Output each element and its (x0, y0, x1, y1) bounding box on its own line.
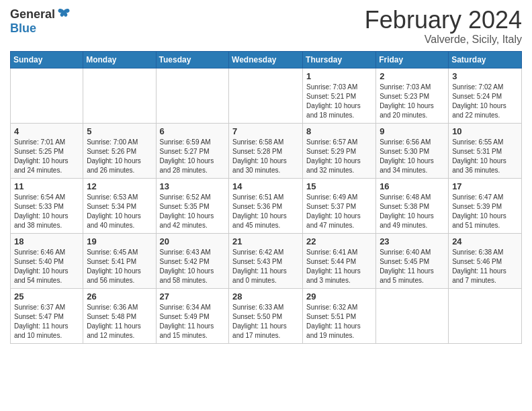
day-info: Sunrise: 6:55 AM Sunset: 5:31 PM Dayligh… (452, 138, 518, 175)
calendar-cell: 14Sunrise: 6:51 AM Sunset: 5:36 PM Dayli… (229, 178, 303, 233)
day-number: 20 (160, 236, 226, 246)
calendar-cell: 13Sunrise: 6:52 AM Sunset: 5:35 PM Dayli… (156, 178, 229, 233)
calendar-cell: 21Sunrise: 6:42 AM Sunset: 5:43 PM Dayli… (229, 233, 303, 288)
day-info: Sunrise: 6:52 AM Sunset: 5:35 PM Dayligh… (160, 193, 226, 230)
calendar-cell: 26Sunrise: 6:36 AM Sunset: 5:48 PM Dayli… (83, 288, 156, 343)
day-number: 28 (232, 291, 299, 302)
day-info: Sunrise: 6:54 AM Sunset: 5:33 PM Dayligh… (14, 193, 79, 230)
logo-general-text: General (10, 7, 55, 21)
day-number: 16 (380, 181, 445, 191)
day-number: 22 (306, 236, 372, 246)
calendar-table: SundayMondayTuesdayWednesdayThursdayFrid… (10, 51, 522, 344)
weekday-header-tuesday: Tuesday (156, 51, 229, 68)
calendar-cell: 15Sunrise: 6:49 AM Sunset: 5:37 PM Dayli… (303, 178, 376, 233)
day-info: Sunrise: 6:59 AM Sunset: 5:27 PM Dayligh… (160, 138, 226, 175)
day-number: 19 (87, 236, 152, 246)
calendar-week-row: 4Sunrise: 7:01 AM Sunset: 5:25 PM Daylig… (11, 123, 522, 178)
day-info: Sunrise: 6:53 AM Sunset: 5:34 PM Dayligh… (87, 193, 152, 230)
day-number: 24 (452, 236, 518, 246)
calendar-cell: 17Sunrise: 6:47 AM Sunset: 5:39 PM Dayli… (449, 178, 522, 233)
day-number: 7 (232, 126, 299, 136)
day-number: 21 (232, 236, 299, 246)
day-info: Sunrise: 6:48 AM Sunset: 5:38 PM Dayligh… (380, 193, 445, 230)
page-header: General Blue February 2024 Valverde, Sic… (10, 7, 522, 46)
day-number: 1 (306, 71, 372, 81)
calendar-cell (376, 288, 449, 343)
calendar-header-row: SundayMondayTuesdayWednesdayThursdayFrid… (11, 51, 522, 68)
calendar-cell: 28Sunrise: 6:33 AM Sunset: 5:50 PM Dayli… (229, 288, 303, 343)
calendar-cell: 18Sunrise: 6:46 AM Sunset: 5:40 PM Dayli… (11, 233, 83, 288)
day-info: Sunrise: 6:47 AM Sunset: 5:39 PM Dayligh… (452, 193, 518, 230)
day-info: Sunrise: 7:00 AM Sunset: 5:26 PM Dayligh… (87, 138, 152, 175)
calendar-week-row: 25Sunrise: 6:37 AM Sunset: 5:47 PM Dayli… (11, 288, 522, 343)
calendar-cell (83, 68, 156, 123)
day-number: 5 (87, 126, 152, 136)
calendar-cell: 7Sunrise: 6:58 AM Sunset: 5:28 PM Daylig… (229, 123, 303, 178)
calendar-week-row: 11Sunrise: 6:54 AM Sunset: 5:33 PM Dayli… (11, 178, 522, 233)
day-info: Sunrise: 6:32 AM Sunset: 5:51 PM Dayligh… (306, 303, 372, 340)
day-number: 29 (306, 291, 372, 302)
day-number: 15 (306, 181, 372, 191)
logo: General Blue (10, 7, 71, 36)
day-info: Sunrise: 6:58 AM Sunset: 5:28 PM Dayligh… (232, 138, 299, 175)
calendar-cell (449, 288, 522, 343)
day-info: Sunrise: 6:56 AM Sunset: 5:30 PM Dayligh… (380, 138, 445, 175)
calendar-cell: 29Sunrise: 6:32 AM Sunset: 5:51 PM Dayli… (303, 288, 376, 343)
calendar-week-row: 1Sunrise: 7:03 AM Sunset: 5:21 PM Daylig… (11, 68, 522, 123)
day-number: 9 (380, 126, 445, 136)
calendar-cell: 16Sunrise: 6:48 AM Sunset: 5:38 PM Dayli… (376, 178, 449, 233)
day-number: 17 (452, 181, 518, 191)
day-info: Sunrise: 6:42 AM Sunset: 5:43 PM Dayligh… (232, 248, 299, 285)
calendar-cell (11, 68, 83, 123)
calendar-cell: 20Sunrise: 6:43 AM Sunset: 5:42 PM Dayli… (156, 233, 229, 288)
day-number: 11 (14, 181, 79, 191)
day-info: Sunrise: 7:02 AM Sunset: 5:24 PM Dayligh… (452, 83, 518, 120)
calendar-cell: 25Sunrise: 6:37 AM Sunset: 5:47 PM Dayli… (11, 288, 83, 343)
day-info: Sunrise: 6:51 AM Sunset: 5:36 PM Dayligh… (232, 193, 299, 230)
calendar-cell (229, 68, 303, 123)
day-number: 18 (14, 236, 79, 246)
logo-blue-text: Blue (10, 21, 36, 36)
day-number: 25 (14, 291, 79, 302)
day-number: 23 (380, 236, 445, 246)
calendar-cell: 1Sunrise: 7:03 AM Sunset: 5:21 PM Daylig… (303, 68, 376, 123)
day-info: Sunrise: 6:38 AM Sunset: 5:46 PM Dayligh… (452, 248, 518, 285)
calendar-week-row: 18Sunrise: 6:46 AM Sunset: 5:40 PM Dayli… (11, 233, 522, 288)
day-info: Sunrise: 6:36 AM Sunset: 5:48 PM Dayligh… (87, 303, 152, 340)
day-number: 8 (306, 126, 372, 136)
calendar-cell (156, 68, 229, 123)
calendar-cell: 9Sunrise: 6:56 AM Sunset: 5:30 PM Daylig… (376, 123, 449, 178)
calendar-cell: 8Sunrise: 6:57 AM Sunset: 5:29 PM Daylig… (303, 123, 376, 178)
calendar-cell: 12Sunrise: 6:53 AM Sunset: 5:34 PM Dayli… (83, 178, 156, 233)
day-info: Sunrise: 7:03 AM Sunset: 5:23 PM Dayligh… (380, 83, 445, 120)
weekday-header-monday: Monday (83, 51, 156, 68)
weekday-header-thursday: Thursday (303, 51, 376, 68)
weekday-header-friday: Friday (376, 51, 449, 68)
day-number: 6 (160, 126, 226, 136)
day-number: 14 (232, 181, 299, 191)
day-info: Sunrise: 6:46 AM Sunset: 5:40 PM Dayligh… (14, 248, 79, 285)
day-number: 13 (160, 181, 226, 191)
day-info: Sunrise: 6:34 AM Sunset: 5:49 PM Dayligh… (160, 303, 226, 340)
day-info: Sunrise: 6:40 AM Sunset: 5:45 PM Dayligh… (380, 248, 445, 285)
calendar-cell: 23Sunrise: 6:40 AM Sunset: 5:45 PM Dayli… (376, 233, 449, 288)
month-title: February 2024 (365, 7, 522, 34)
calendar-cell: 4Sunrise: 7:01 AM Sunset: 5:25 PM Daylig… (11, 123, 83, 178)
weekday-header-sunday: Sunday (11, 51, 83, 68)
day-number: 12 (87, 181, 152, 191)
day-number: 27 (160, 291, 226, 302)
day-number: 2 (380, 71, 445, 81)
day-number: 4 (14, 126, 79, 136)
calendar-cell: 24Sunrise: 6:38 AM Sunset: 5:46 PM Dayli… (449, 233, 522, 288)
weekday-header-saturday: Saturday (449, 51, 522, 68)
calendar-cell: 22Sunrise: 6:41 AM Sunset: 5:44 PM Dayli… (303, 233, 376, 288)
day-number: 26 (87, 291, 152, 302)
day-info: Sunrise: 6:45 AM Sunset: 5:41 PM Dayligh… (87, 248, 152, 285)
calendar-cell: 19Sunrise: 6:45 AM Sunset: 5:41 PM Dayli… (83, 233, 156, 288)
calendar-cell: 3Sunrise: 7:02 AM Sunset: 5:24 PM Daylig… (449, 68, 522, 123)
calendar-cell: 5Sunrise: 7:00 AM Sunset: 5:26 PM Daylig… (83, 123, 156, 178)
calendar-cell: 10Sunrise: 6:55 AM Sunset: 5:31 PM Dayli… (449, 123, 522, 178)
weekday-header-wednesday: Wednesday (229, 51, 303, 68)
day-number: 3 (452, 71, 518, 81)
calendar-cell: 27Sunrise: 6:34 AM Sunset: 5:49 PM Dayli… (156, 288, 229, 343)
